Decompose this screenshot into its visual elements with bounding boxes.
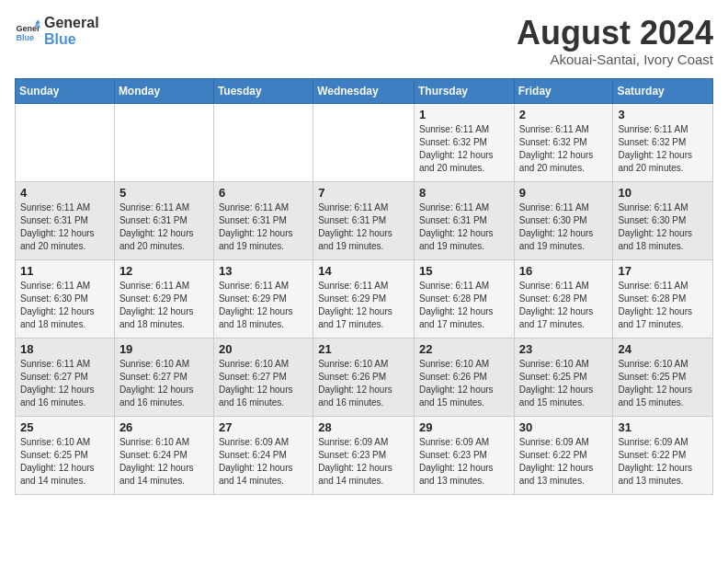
day-info: Sunrise: 6:11 AM Sunset: 6:28 PM Dayligh…	[618, 280, 708, 331]
calendar-header: SundayMondayTuesdayWednesdayThursdayFrid…	[16, 78, 713, 103]
calendar-cell	[313, 103, 415, 181]
day-number: 5	[119, 186, 209, 200]
day-info: Sunrise: 6:11 AM Sunset: 6:30 PM Dayligh…	[20, 280, 109, 331]
calendar-cell: 11Sunrise: 6:11 AM Sunset: 6:30 PM Dayli…	[16, 259, 115, 338]
calendar-cell	[16, 103, 115, 181]
day-info: Sunrise: 6:11 AM Sunset: 6:29 PM Dayligh…	[219, 280, 308, 331]
day-of-week-wednesday: Wednesday	[313, 78, 415, 103]
calendar-cell: 26Sunrise: 6:10 AM Sunset: 6:24 PM Dayli…	[114, 416, 213, 494]
calendar-cell: 7Sunrise: 6:11 AM Sunset: 6:31 PM Daylig…	[313, 181, 415, 259]
day-info: Sunrise: 6:10 AM Sunset: 6:26 PM Dayligh…	[318, 358, 409, 409]
day-info: Sunrise: 6:11 AM Sunset: 6:31 PM Dayligh…	[419, 201, 509, 253]
calendar-cell: 29Sunrise: 6:09 AM Sunset: 6:23 PM Dayli…	[414, 416, 514, 494]
day-of-week-friday: Friday	[514, 78, 613, 103]
calendar-cell: 8Sunrise: 6:11 AM Sunset: 6:31 PM Daylig…	[414, 181, 514, 259]
day-number: 19	[119, 342, 209, 356]
page-header: General Blue General Blue August 2024 Ak…	[15, 15, 713, 67]
calendar-table: SundayMondayTuesdayWednesdayThursdayFrid…	[15, 78, 713, 495]
day-number: 18	[20, 342, 109, 356]
day-info: Sunrise: 6:09 AM Sunset: 6:22 PM Dayligh…	[618, 436, 708, 488]
day-number: 21	[318, 342, 409, 356]
calendar-cell: 13Sunrise: 6:11 AM Sunset: 6:29 PM Dayli…	[213, 259, 313, 338]
day-info: Sunrise: 6:11 AM Sunset: 6:28 PM Dayligh…	[519, 280, 609, 331]
calendar-cell: 9Sunrise: 6:11 AM Sunset: 6:30 PM Daylig…	[514, 181, 613, 259]
calendar-cell	[114, 103, 213, 181]
day-info: Sunrise: 6:11 AM Sunset: 6:29 PM Dayligh…	[119, 280, 209, 331]
day-number: 3	[618, 108, 708, 121]
day-info: Sunrise: 6:11 AM Sunset: 6:31 PM Dayligh…	[318, 201, 409, 253]
day-info: Sunrise: 6:11 AM Sunset: 6:29 PM Dayligh…	[318, 280, 409, 331]
day-of-week-saturday: Saturday	[613, 78, 713, 103]
day-info: Sunrise: 6:09 AM Sunset: 6:23 PM Dayligh…	[318, 436, 409, 488]
calendar-cell: 23Sunrise: 6:10 AM Sunset: 6:25 PM Dayli…	[514, 338, 613, 416]
day-of-week-sunday: Sunday	[16, 78, 115, 103]
logo-general: General	[44, 15, 99, 31]
day-info: Sunrise: 6:10 AM Sunset: 6:25 PM Dayligh…	[618, 358, 708, 409]
calendar-cell: 27Sunrise: 6:09 AM Sunset: 6:24 PM Dayli…	[213, 416, 313, 494]
day-info: Sunrise: 6:10 AM Sunset: 6:24 PM Dayligh…	[119, 436, 209, 488]
month-year-title: August 2024	[517, 15, 713, 52]
calendar-cell: 1Sunrise: 6:11 AM Sunset: 6:32 PM Daylig…	[414, 103, 514, 181]
day-of-week-monday: Monday	[114, 78, 213, 103]
calendar-cell: 21Sunrise: 6:10 AM Sunset: 6:26 PM Dayli…	[313, 338, 415, 416]
calendar-cell: 30Sunrise: 6:09 AM Sunset: 6:22 PM Dayli…	[514, 416, 613, 494]
day-info: Sunrise: 6:11 AM Sunset: 6:30 PM Dayligh…	[519, 201, 609, 253]
days-of-week-row: SundayMondayTuesdayWednesdayThursdayFrid…	[16, 78, 713, 103]
calendar-cell: 15Sunrise: 6:11 AM Sunset: 6:28 PM Dayli…	[414, 259, 514, 338]
day-info: Sunrise: 6:09 AM Sunset: 6:22 PM Dayligh…	[519, 436, 609, 488]
calendar-cell: 12Sunrise: 6:11 AM Sunset: 6:29 PM Dayli…	[114, 259, 213, 338]
day-number: 9	[519, 186, 609, 200]
day-of-week-thursday: Thursday	[414, 78, 514, 103]
svg-text:Blue: Blue	[16, 33, 34, 42]
calendar-cell: 31Sunrise: 6:09 AM Sunset: 6:22 PM Dayli…	[613, 416, 713, 494]
day-number: 31	[618, 420, 708, 434]
day-info: Sunrise: 6:10 AM Sunset: 6:26 PM Dayligh…	[419, 358, 509, 409]
day-number: 17	[618, 264, 708, 278]
calendar-cell: 19Sunrise: 6:10 AM Sunset: 6:27 PM Dayli…	[114, 338, 213, 416]
day-number: 22	[419, 342, 509, 356]
day-info: Sunrise: 6:11 AM Sunset: 6:28 PM Dayligh…	[419, 280, 509, 331]
day-number: 26	[119, 420, 209, 434]
calendar-cell: 14Sunrise: 6:11 AM Sunset: 6:29 PM Dayli…	[313, 259, 415, 338]
day-info: Sunrise: 6:11 AM Sunset: 6:31 PM Dayligh…	[119, 201, 209, 253]
day-number: 24	[618, 342, 708, 356]
day-number: 12	[119, 264, 209, 278]
calendar-cell: 28Sunrise: 6:09 AM Sunset: 6:23 PM Dayli…	[313, 416, 415, 494]
week-row-3: 11Sunrise: 6:11 AM Sunset: 6:30 PM Dayli…	[16, 259, 713, 338]
calendar-cell: 17Sunrise: 6:11 AM Sunset: 6:28 PM Dayli…	[613, 259, 713, 338]
day-info: Sunrise: 6:09 AM Sunset: 6:23 PM Dayligh…	[419, 436, 509, 488]
day-info: Sunrise: 6:11 AM Sunset: 6:30 PM Dayligh…	[618, 201, 708, 253]
calendar-cell: 4Sunrise: 6:11 AM Sunset: 6:31 PM Daylig…	[16, 181, 115, 259]
day-info: Sunrise: 6:10 AM Sunset: 6:25 PM Dayligh…	[20, 436, 109, 488]
day-number: 28	[318, 420, 409, 434]
day-number: 29	[419, 420, 509, 434]
day-number: 2	[519, 108, 609, 121]
calendar-cell: 16Sunrise: 6:11 AM Sunset: 6:28 PM Dayli…	[514, 259, 613, 338]
calendar-cell: 2Sunrise: 6:11 AM Sunset: 6:32 PM Daylig…	[514, 103, 613, 181]
location-subtitle: Akouai-Santai, Ivory Coast	[517, 52, 713, 67]
calendar-cell: 5Sunrise: 6:11 AM Sunset: 6:31 PM Daylig…	[114, 181, 213, 259]
week-row-5: 25Sunrise: 6:10 AM Sunset: 6:25 PM Dayli…	[16, 416, 713, 494]
day-of-week-tuesday: Tuesday	[213, 78, 313, 103]
calendar-cell: 3Sunrise: 6:11 AM Sunset: 6:32 PM Daylig…	[613, 103, 713, 181]
day-number: 13	[219, 264, 308, 278]
calendar-body: 1Sunrise: 6:11 AM Sunset: 6:32 PM Daylig…	[16, 103, 713, 494]
calendar-cell: 20Sunrise: 6:10 AM Sunset: 6:27 PM Dayli…	[213, 338, 313, 416]
day-info: Sunrise: 6:11 AM Sunset: 6:32 PM Dayligh…	[519, 123, 609, 175]
day-number: 10	[618, 186, 708, 200]
logo: General Blue General Blue	[15, 15, 99, 48]
day-info: Sunrise: 6:10 AM Sunset: 6:27 PM Dayligh…	[119, 358, 209, 409]
day-number: 14	[318, 264, 409, 278]
logo-icon: General Blue	[15, 18, 40, 44]
day-info: Sunrise: 6:11 AM Sunset: 6:31 PM Dayligh…	[20, 201, 109, 253]
calendar-cell: 25Sunrise: 6:10 AM Sunset: 6:25 PM Dayli…	[16, 416, 115, 494]
week-row-2: 4Sunrise: 6:11 AM Sunset: 6:31 PM Daylig…	[16, 181, 713, 259]
day-number: 16	[519, 264, 609, 278]
week-row-1: 1Sunrise: 6:11 AM Sunset: 6:32 PM Daylig…	[16, 103, 713, 181]
day-info: Sunrise: 6:11 AM Sunset: 6:27 PM Dayligh…	[20, 358, 109, 409]
day-number: 4	[20, 186, 109, 200]
calendar-cell: 18Sunrise: 6:11 AM Sunset: 6:27 PM Dayli…	[16, 338, 115, 416]
week-row-4: 18Sunrise: 6:11 AM Sunset: 6:27 PM Dayli…	[16, 338, 713, 416]
calendar-cell: 24Sunrise: 6:10 AM Sunset: 6:25 PM Dayli…	[613, 338, 713, 416]
day-info: Sunrise: 6:11 AM Sunset: 6:31 PM Dayligh…	[219, 201, 308, 253]
